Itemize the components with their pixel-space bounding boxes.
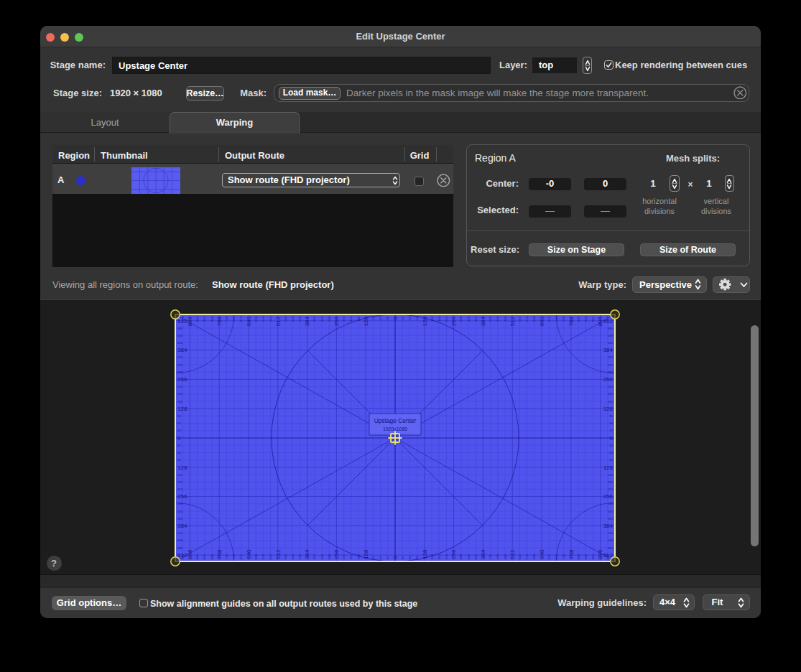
svg-text:416: 416 xyxy=(177,341,183,345)
svg-text:64: 64 xyxy=(408,556,412,559)
svg-text:832: 832 xyxy=(584,554,588,559)
svg-text:736: 736 xyxy=(225,316,228,322)
svg-text:256: 256 xyxy=(177,493,187,500)
svg-text:448: 448 xyxy=(177,334,183,337)
svg-text:608: 608 xyxy=(532,554,536,559)
svg-text:640: 640 xyxy=(246,316,252,326)
svg-text:672: 672 xyxy=(547,316,551,322)
svg-text:64: 64 xyxy=(379,316,382,319)
svg-text:480: 480 xyxy=(608,327,614,330)
svg-text:768: 768 xyxy=(568,549,575,559)
svg-text:0: 0 xyxy=(610,435,614,442)
svg-text:160: 160 xyxy=(608,473,614,477)
svg-text:256: 256 xyxy=(450,316,457,326)
svg-text:480: 480 xyxy=(284,316,287,322)
svg-text:832: 832 xyxy=(203,316,206,322)
svg-text:32: 32 xyxy=(401,316,404,319)
svg-text:480: 480 xyxy=(177,546,183,550)
svg-text:640: 640 xyxy=(246,549,252,559)
svg-text:448: 448 xyxy=(291,316,295,322)
svg-text:128: 128 xyxy=(363,549,369,559)
svg-text:800: 800 xyxy=(210,316,214,322)
svg-text:128: 128 xyxy=(177,465,187,471)
svg-text:640: 640 xyxy=(539,549,545,559)
svg-text:736: 736 xyxy=(562,316,565,322)
svg-text:224: 224 xyxy=(608,487,614,491)
svg-text:224: 224 xyxy=(177,385,183,388)
svg-text:288: 288 xyxy=(328,316,331,322)
svg-text:224: 224 xyxy=(445,554,448,559)
svg-text:768: 768 xyxy=(568,316,575,326)
svg-text:320: 320 xyxy=(320,554,324,559)
svg-text:896: 896 xyxy=(187,549,193,559)
svg-text:Upstage Center: Upstage Center xyxy=(374,417,417,424)
svg-text:288: 288 xyxy=(459,554,463,559)
svg-text:832: 832 xyxy=(203,554,206,559)
svg-text:864: 864 xyxy=(591,316,595,322)
svg-text:672: 672 xyxy=(239,554,243,559)
svg-text:448: 448 xyxy=(291,554,295,559)
svg-text:704: 704 xyxy=(555,554,558,559)
svg-text:704: 704 xyxy=(232,554,236,559)
svg-text:416: 416 xyxy=(298,316,302,322)
svg-text:608: 608 xyxy=(254,316,258,322)
svg-text:704: 704 xyxy=(555,316,558,322)
svg-text:288: 288 xyxy=(459,316,463,322)
svg-text:288: 288 xyxy=(608,370,614,374)
svg-text:640: 640 xyxy=(539,316,545,326)
svg-text:224: 224 xyxy=(445,316,448,322)
svg-text:96: 96 xyxy=(415,556,419,559)
svg-text:160: 160 xyxy=(177,473,183,477)
svg-text:480: 480 xyxy=(608,546,614,550)
svg-text:64: 64 xyxy=(379,556,382,559)
svg-text:320: 320 xyxy=(320,316,324,322)
svg-text:384: 384 xyxy=(304,549,310,559)
svg-text:64: 64 xyxy=(177,451,181,454)
svg-text:256: 256 xyxy=(603,376,614,383)
svg-text:352: 352 xyxy=(608,517,614,521)
svg-text:288: 288 xyxy=(608,502,614,505)
svg-text:384: 384 xyxy=(177,347,187,353)
svg-text:448: 448 xyxy=(496,554,499,559)
svg-text:384: 384 xyxy=(603,347,614,353)
svg-text:96: 96 xyxy=(415,316,419,319)
svg-text:416: 416 xyxy=(608,531,614,535)
svg-text:160: 160 xyxy=(430,316,434,322)
svg-text:160: 160 xyxy=(177,400,183,403)
svg-text:320: 320 xyxy=(608,510,614,513)
svg-text:544: 544 xyxy=(518,554,522,559)
svg-text:800: 800 xyxy=(577,316,580,322)
svg-text:320: 320 xyxy=(467,316,471,322)
svg-text:608: 608 xyxy=(532,316,536,322)
svg-text:0: 0 xyxy=(177,435,181,442)
svg-text:416: 416 xyxy=(489,316,492,322)
svg-text:416: 416 xyxy=(177,531,183,535)
svg-text:352: 352 xyxy=(312,316,316,322)
svg-text:896: 896 xyxy=(597,316,603,326)
svg-text:512: 512 xyxy=(509,316,516,326)
svg-text:64: 64 xyxy=(408,316,412,319)
svg-text:768: 768 xyxy=(216,549,223,559)
svg-text:128: 128 xyxy=(603,406,614,412)
svg-text:160: 160 xyxy=(357,554,361,559)
svg-text:448: 448 xyxy=(608,334,614,337)
svg-text:256: 256 xyxy=(603,493,614,500)
svg-text:864: 864 xyxy=(195,554,199,559)
svg-text:0: 0 xyxy=(392,556,399,559)
svg-text:320: 320 xyxy=(467,554,471,559)
svg-text:480: 480 xyxy=(504,316,507,322)
svg-text:736: 736 xyxy=(225,554,228,559)
svg-text:128: 128 xyxy=(177,406,187,412)
svg-text:32: 32 xyxy=(609,429,613,432)
svg-text:224: 224 xyxy=(342,554,346,559)
svg-text:128: 128 xyxy=(422,549,428,559)
svg-text:96: 96 xyxy=(371,316,375,319)
svg-text:448: 448 xyxy=(608,538,614,542)
svg-text:256: 256 xyxy=(450,549,457,559)
svg-text:448: 448 xyxy=(177,538,183,542)
svg-text:96: 96 xyxy=(609,414,613,418)
svg-text:864: 864 xyxy=(195,316,199,322)
svg-text:352: 352 xyxy=(177,517,183,521)
svg-text:128: 128 xyxy=(422,316,428,326)
svg-text:864: 864 xyxy=(591,554,595,559)
